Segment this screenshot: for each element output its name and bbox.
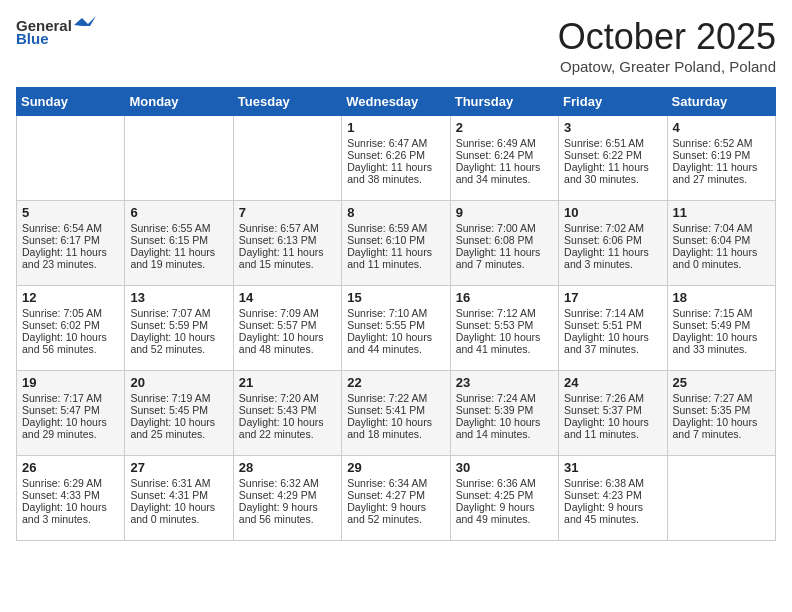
cell-line: and 29 minutes. [22,428,119,440]
cell-line: Sunset: 5:45 PM [130,404,227,416]
day-number: 21 [239,375,336,390]
day-number: 20 [130,375,227,390]
cell-line: Sunrise: 7:14 AM [564,307,661,319]
calendar-cell: 14Sunrise: 7:09 AMSunset: 5:57 PMDayligh… [233,286,341,371]
cell-line: and 3 minutes. [564,258,661,270]
calendar-cell: 1Sunrise: 6:47 AMSunset: 6:26 PMDaylight… [342,116,450,201]
header-day-tuesday: Tuesday [233,88,341,116]
calendar-cell [17,116,125,201]
cell-line: Sunset: 5:39 PM [456,404,553,416]
cell-line: Daylight: 10 hours [347,331,444,343]
cell-line: Sunset: 4:31 PM [130,489,227,501]
cell-line: Daylight: 11 hours [22,246,119,258]
cell-line: Sunset: 6:08 PM [456,234,553,246]
day-number: 19 [22,375,119,390]
cell-line: Sunrise: 6:34 AM [347,477,444,489]
cell-line: Sunset: 6:02 PM [22,319,119,331]
calendar-cell: 22Sunrise: 7:22 AMSunset: 5:41 PMDayligh… [342,371,450,456]
cell-line: and 15 minutes. [239,258,336,270]
cell-line: Sunrise: 6:59 AM [347,222,444,234]
cell-line: Daylight: 9 hours [347,501,444,513]
cell-line: and 25 minutes. [130,428,227,440]
cell-line: Sunrise: 6:49 AM [456,137,553,149]
cell-line: Sunrise: 6:51 AM [564,137,661,149]
cell-line: and 7 minutes. [673,428,770,440]
cell-line: and 19 minutes. [130,258,227,270]
cell-line: Sunrise: 7:04 AM [673,222,770,234]
calendar-cell: 27Sunrise: 6:31 AMSunset: 4:31 PMDayligh… [125,456,233,541]
week-row-3: 19Sunrise: 7:17 AMSunset: 5:47 PMDayligh… [17,371,776,456]
calendar-cell: 28Sunrise: 6:32 AMSunset: 4:29 PMDayligh… [233,456,341,541]
cell-line: and 18 minutes. [347,428,444,440]
header-day-sunday: Sunday [17,88,125,116]
calendar-cell [125,116,233,201]
cell-line: Sunrise: 7:05 AM [22,307,119,319]
header-day-friday: Friday [559,88,667,116]
logo-blue: Blue [16,30,49,47]
logo: General Blue [16,16,96,47]
week-row-2: 12Sunrise: 7:05 AMSunset: 6:02 PMDayligh… [17,286,776,371]
day-number: 3 [564,120,661,135]
day-number: 16 [456,290,553,305]
cell-line: and 38 minutes. [347,173,444,185]
cell-line: Sunrise: 7:10 AM [347,307,444,319]
cell-line: and 56 minutes. [22,343,119,355]
header-day-thursday: Thursday [450,88,558,116]
cell-line: and 7 minutes. [456,258,553,270]
calendar-cell: 25Sunrise: 7:27 AMSunset: 5:35 PMDayligh… [667,371,775,456]
calendar-table: SundayMondayTuesdayWednesdayThursdayFrid… [16,87,776,541]
week-row-0: 1Sunrise: 6:47 AMSunset: 6:26 PMDaylight… [17,116,776,201]
cell-line: Daylight: 10 hours [564,331,661,343]
day-number: 18 [673,290,770,305]
cell-line: and 52 minutes. [130,343,227,355]
day-number: 6 [130,205,227,220]
week-row-1: 5Sunrise: 6:54 AMSunset: 6:17 PMDaylight… [17,201,776,286]
cell-line: Sunrise: 6:54 AM [22,222,119,234]
cell-line: Sunrise: 7:15 AM [673,307,770,319]
calendar-cell: 13Sunrise: 7:07 AMSunset: 5:59 PMDayligh… [125,286,233,371]
cell-line: Sunset: 5:41 PM [347,404,444,416]
calendar-cell: 7Sunrise: 6:57 AMSunset: 6:13 PMDaylight… [233,201,341,286]
cell-line: Sunrise: 7:24 AM [456,392,553,404]
cell-line: and 3 minutes. [22,513,119,525]
cell-line: and 52 minutes. [347,513,444,525]
cell-line: Daylight: 11 hours [130,246,227,258]
cell-line: Daylight: 10 hours [22,501,119,513]
cell-line: and 0 minutes. [130,513,227,525]
cell-line: Sunset: 5:43 PM [239,404,336,416]
day-number: 10 [564,205,661,220]
logo-bird-icon [74,16,96,34]
calendar-cell: 6Sunrise: 6:55 AMSunset: 6:15 PMDaylight… [125,201,233,286]
cell-line: Sunset: 6:17 PM [22,234,119,246]
page-header: General Blue October 2025 Opatow, Greate… [16,16,776,75]
cell-line: Sunset: 6:15 PM [130,234,227,246]
cell-line: Sunrise: 7:26 AM [564,392,661,404]
cell-line: Sunset: 5:49 PM [673,319,770,331]
cell-line: and 48 minutes. [239,343,336,355]
day-number: 25 [673,375,770,390]
cell-line: and 22 minutes. [239,428,336,440]
cell-line: Daylight: 10 hours [456,331,553,343]
cell-line: and 44 minutes. [347,343,444,355]
day-number: 14 [239,290,336,305]
cell-line: and 14 minutes. [456,428,553,440]
cell-line: Sunrise: 7:07 AM [130,307,227,319]
cell-line: Sunset: 5:53 PM [456,319,553,331]
calendar-cell: 16Sunrise: 7:12 AMSunset: 5:53 PMDayligh… [450,286,558,371]
cell-line: Sunset: 6:10 PM [347,234,444,246]
cell-line: Sunrise: 6:32 AM [239,477,336,489]
cell-line: Daylight: 10 hours [22,331,119,343]
cell-line: Sunrise: 7:22 AM [347,392,444,404]
day-number: 26 [22,460,119,475]
calendar-cell: 19Sunrise: 7:17 AMSunset: 5:47 PMDayligh… [17,371,125,456]
cell-line: Sunrise: 7:12 AM [456,307,553,319]
cell-line: Daylight: 10 hours [130,416,227,428]
cell-line: Daylight: 9 hours [564,501,661,513]
day-number: 15 [347,290,444,305]
cell-line: Sunset: 6:24 PM [456,149,553,161]
cell-line: Daylight: 10 hours [673,331,770,343]
calendar-cell: 2Sunrise: 6:49 AMSunset: 6:24 PMDaylight… [450,116,558,201]
week-row-4: 26Sunrise: 6:29 AMSunset: 4:33 PMDayligh… [17,456,776,541]
cell-line: Daylight: 11 hours [456,161,553,173]
cell-line: Sunrise: 6:55 AM [130,222,227,234]
